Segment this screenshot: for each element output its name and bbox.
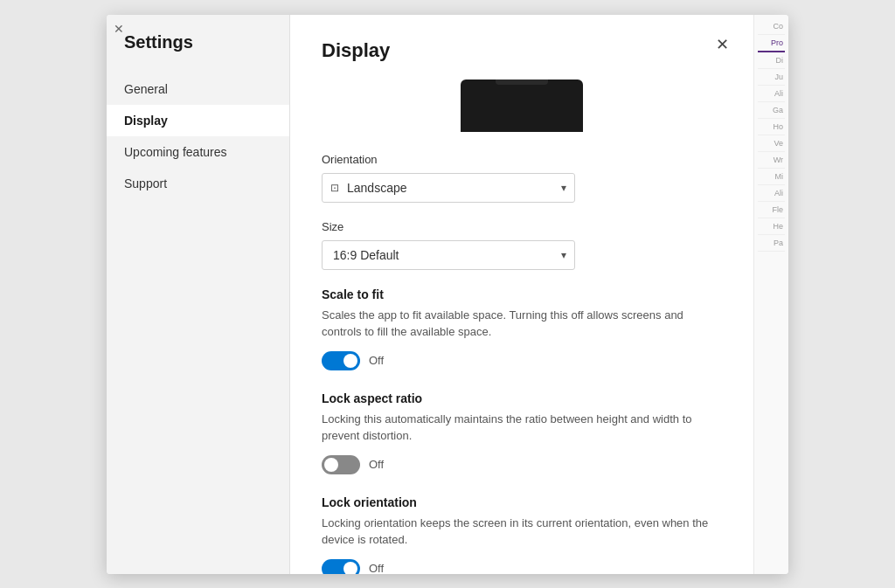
sidebar-item-general[interactable]: General: [107, 73, 289, 105]
settings-title: Settings: [107, 32, 289, 73]
right-item-ali1: Ali: [758, 86, 785, 102]
close-button[interactable]: ✕: [708, 31, 736, 59]
right-item-ju: Ju: [758, 69, 785, 86]
right-item-ho: Ho: [758, 119, 785, 135]
right-item-ga: Ga: [758, 102, 785, 119]
sidebar: Settings General Display Upcoming featur…: [107, 15, 290, 574]
right-item-pro: Pro: [758, 35, 785, 52]
scale-to-fit-toggle-row: Off: [322, 351, 722, 370]
right-item-ali2: Ali: [758, 185, 785, 202]
page-title: Display: [322, 39, 722, 62]
right-item-fle: Fle: [758, 202, 785, 218]
monitor-icon: [461, 80, 583, 132]
right-item-co: Co: [758, 18, 785, 35]
right-item-wr: Wr: [758, 152, 785, 169]
main-content: ✕ Display Orientation ⊡ Landscape Portra…: [290, 15, 753, 574]
right-item-he: He: [758, 218, 785, 235]
monitor-preview: [322, 80, 722, 132]
size-label: Size: [322, 220, 722, 233]
right-item-mi: Mi: [758, 169, 785, 185]
lock-orientation-toggle[interactable]: [322, 559, 360, 574]
lock-aspect-desc: Locking this automatically maintains the…: [322, 411, 722, 445]
settings-modal: ✕ Settings General Display Upcoming feat…: [107, 15, 788, 574]
sidebar-item-display[interactable]: Display: [107, 105, 289, 136]
lock-aspect-toggle-label: Off: [369, 458, 384, 471]
right-panel: Co Pro Di Ju Ali Ga Ho Ve Wr Mi Ali Fle …: [753, 15, 788, 574]
right-item-pa: Pa: [758, 235, 785, 252]
size-select-wrapper: 16:9 Default 4:3 Custom ▾: [322, 240, 575, 270]
scale-to-fit-toggle-knob: [343, 354, 357, 368]
lock-aspect-toggle-knob: [324, 458, 338, 472]
lock-orientation-toggle-row: Off: [322, 559, 722, 574]
lock-orientation-toggle-label: Off: [369, 562, 384, 574]
orientation-select-wrapper: ⊡ Landscape Portrait ▾: [322, 173, 575, 203]
scale-to-fit-desc: Scales the app to fit available space. T…: [322, 307, 722, 341]
orientation-select[interactable]: Landscape Portrait: [322, 173, 575, 203]
size-select[interactable]: 16:9 Default 4:3 Custom: [322, 240, 575, 270]
topbar-close-button[interactable]: ✕: [114, 22, 124, 36]
lock-aspect-toggle[interactable]: [322, 455, 360, 474]
lock-aspect-title: Lock aspect ratio: [322, 391, 722, 405]
lock-orientation-title: Lock orientation: [322, 495, 722, 509]
lock-orientation-desc: Locking orientation keeps the screen in …: [322, 515, 722, 549]
lock-orientation-toggle-knob: [343, 562, 357, 574]
orientation-label: Orientation: [322, 153, 722, 166]
right-item-ve: Ve: [758, 135, 785, 152]
scale-to-fit-toggle-label: Off: [369, 354, 384, 367]
right-item-di: Di: [758, 52, 785, 69]
sidebar-item-support[interactable]: Support: [107, 168, 289, 199]
scale-to-fit-title: Scale to fit: [322, 287, 722, 301]
scale-to-fit-toggle[interactable]: [322, 351, 360, 370]
sidebar-item-upcoming[interactable]: Upcoming features: [107, 136, 289, 168]
lock-aspect-toggle-row: Off: [322, 455, 722, 474]
